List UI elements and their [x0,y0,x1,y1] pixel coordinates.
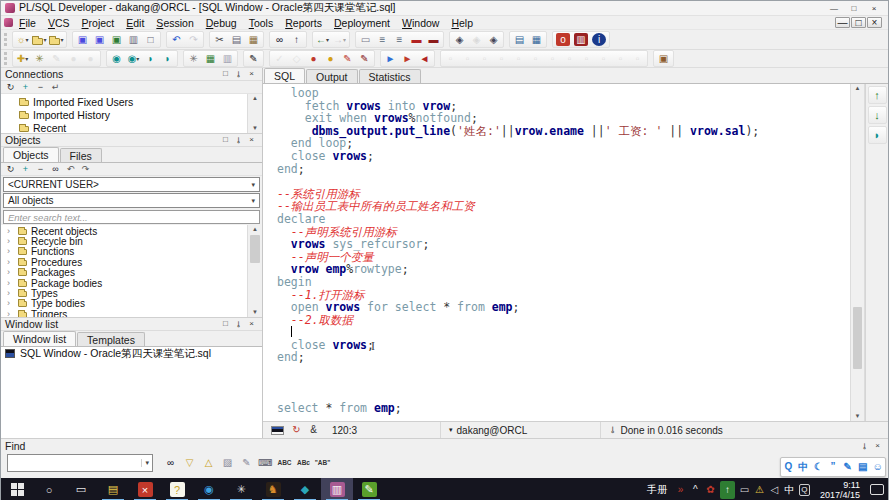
undo-button[interactable]: ↶ [168,32,185,47]
menu-deployment[interactable]: Deployment [328,17,396,29]
exit-door-button[interactable]: ▣ [655,51,672,66]
window-button-3[interactable]: ▫ [476,51,493,66]
tree-item-recycle-bin[interactable]: ›Recycle bin [1,236,247,246]
window-button-6[interactable]: ▫ [527,51,544,66]
menu-reports[interactable]: Reports [279,17,328,29]
start-button[interactable] [1,478,33,500]
browser-sphere-app[interactable]: ◉ [193,478,225,500]
tree-item-recent[interactable]: Recent [1,121,247,133]
tray-display-icon[interactable]: ▭ [737,481,752,499]
open-file-button[interactable]: ▾ [31,32,48,47]
new-item-button[interactable]: ☼▾ [14,32,31,47]
edit-pencil-button[interactable]: ✎ [48,51,65,66]
window-button-4[interactable]: ▫ [493,51,510,66]
tree-item-imported-fixed-users[interactable]: Imported Fixed Users [1,95,247,108]
search-up-button[interactable]: △ [199,455,218,471]
command-window-button[interactable]: ✎ [245,51,262,66]
info-button[interactable]: i [592,33,606,46]
scroll-down-button[interactable]: ↓ [868,106,887,124]
forward-button[interactable]: →▾ [331,32,348,47]
copy-button[interactable]: ▤ [228,32,245,47]
tree-item-triggers[interactable]: ›Triggers [1,309,247,316]
maximize-icon[interactable]: □ [219,318,232,329]
report-window-button[interactable]: ▥ [219,51,236,66]
tree-item-functions[interactable]: ›Functions [1,247,247,257]
stop-button[interactable]: ◇ [288,51,305,66]
configure-button[interactable]: ✳ [31,51,48,66]
window-button-1[interactable]: ▫ [442,51,459,66]
open-recent-button[interactable]: ▾ [48,32,65,47]
tray-search-icon[interactable]: Q [797,481,812,499]
pin-icon[interactable]: ⊸ [232,69,245,80]
menu-window[interactable]: Window [396,17,445,29]
objects-scrollbar[interactable]: ▲ ▼ [247,225,262,317]
maximize-icon[interactable]: □ [219,69,232,80]
debug-pen-button[interactable]: ✎ [339,51,356,66]
add-connection-icon[interactable]: + [18,81,33,93]
tray-app-label[interactable]: 手册 [647,483,667,497]
ime-settings-wrench-icon[interactable]: ✎ [841,459,854,475]
toolbar-grip[interactable] [4,52,9,65]
menu-help[interactable]: Help [445,17,479,29]
scroll-down-arrow[interactable]: ▼ [252,309,258,316]
connections-scrollbar[interactable]: ▲ ▼ [247,94,262,133]
logon-key-button[interactable]: ✚▾ [14,51,31,66]
menu-file[interactable]: File [13,17,42,29]
tab-statistics[interactable]: Statistics [359,69,421,83]
macro-library-button[interactable]: ◈ [485,32,502,47]
ime-chinese-mode-icon[interactable]: 中 [797,459,810,475]
pin-icon[interactable]: ⊸ [232,318,245,329]
redo-button[interactable]: ↷ [185,32,202,47]
window-button-9[interactable]: ▫ [578,51,595,66]
save-all-button[interactable]: ▣ [108,32,125,47]
oracle-home-button[interactable]: o [556,33,570,46]
menu-session[interactable]: Session [150,17,199,29]
back-button[interactable]: ←▾ [314,32,331,47]
close-icon[interactable]: × [871,440,884,451]
tray-show-hidden-icon[interactable]: ^ [688,481,703,499]
close-icon[interactable]: × [245,318,258,329]
execute-script-button[interactable]: ► [399,51,416,66]
green-editor-app[interactable]: ✎ [353,478,385,500]
find-combo[interactable]: ▾ [7,454,153,472]
describe-button[interactable]: ▭ [357,32,374,47]
tree-item-package-bodies[interactable]: ›Package bodies [1,278,247,288]
pin-icon[interactable]: ⊸ [232,135,245,146]
new-session-button[interactable]: ◉ [108,51,125,66]
pin-icon[interactable]: ⊸ [858,440,871,451]
red-x-app[interactable]: × [129,478,161,500]
settings-gear-app[interactable]: ✳ [225,478,257,500]
window-button-10[interactable]: ▫ [595,51,612,66]
indent-button[interactable]: ≡ [374,32,391,47]
remove-object-icon[interactable]: − [33,163,48,175]
session-user-icon[interactable]: & [305,423,322,438]
close-button[interactable]: × [864,2,884,15]
search-down-button[interactable]: ▽ [180,455,199,471]
check-button[interactable]: ✓ [271,51,288,66]
ime-fullhalf-moon-icon[interactable]: ☾ [812,459,825,475]
save-as-button[interactable]: ▣ [91,32,108,47]
pencil-button[interactable]: ✎ [237,455,256,471]
sessions-button[interactable]: ◉▾ [125,51,142,66]
match-case-button[interactable]: ABc [294,455,313,471]
tray-network-warning-icon[interactable]: ⚠ [752,481,767,499]
tree-item-imported-history[interactable]: Imported History [1,108,247,121]
add-object-icon[interactable]: + [18,163,33,175]
thumb-down-button[interactable]: ● [82,51,99,66]
copy-special-button[interactable]: ▤ [511,32,528,47]
scroll-down-arrow[interactable]: ▼ [252,125,258,132]
sort-icon[interactable]: ↷ [78,163,93,175]
tray-antivirus-icon[interactable]: ✿ [703,481,718,499]
maximize-button[interactable]: □ [844,2,864,15]
ime-punctuation-icon[interactable]: ” [826,459,839,475]
refresh-objects-icon[interactable]: ↻ [3,163,18,175]
save-button[interactable]: ▣ [74,32,91,47]
menu-debug[interactable]: Debug [200,17,243,29]
tab-window-list[interactable]: Window list [3,331,76,346]
objects-tree[interactable]: ›Recent objects›Recycle bin›Functions›Pr… [1,226,247,317]
macro-play-button[interactable]: ◈ [468,32,485,47]
debug-pen2-button[interactable]: ✎ [356,51,373,66]
tab-sql[interactable]: SQL [264,68,305,83]
print-button[interactable]: ▥ [125,32,142,47]
outdent-button[interactable]: ≡ [391,32,408,47]
